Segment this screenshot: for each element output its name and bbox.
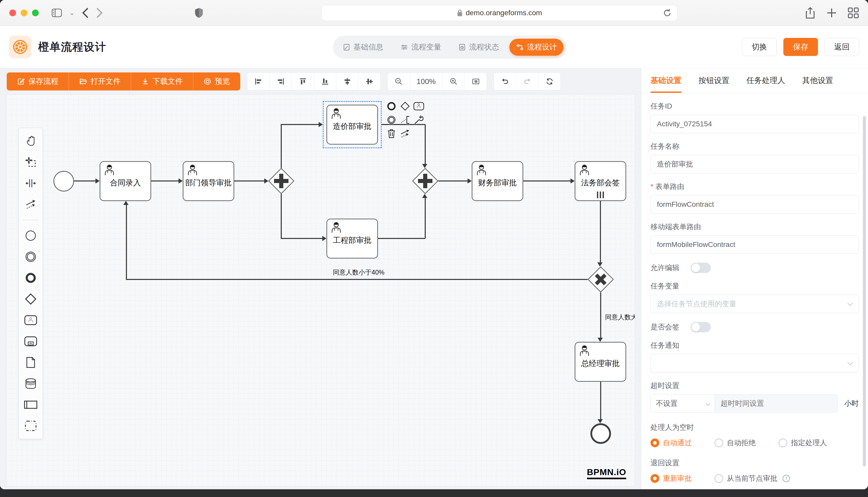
undo-button[interactable] — [494, 73, 516, 90]
tab-other-settings[interactable]: 其他设置 — [802, 68, 833, 93]
tab-process-status[interactable]: 流程状态 — [452, 39, 506, 56]
info-icon[interactable]: ! — [783, 475, 790, 482]
hand-tool-icon[interactable] — [24, 134, 38, 148]
edge-gm-to-end[interactable] — [600, 382, 601, 420]
create-user-task-icon[interactable] — [24, 313, 38, 327]
create-data-object-icon[interactable] — [24, 356, 38, 369]
new-tab-icon[interactable] — [827, 8, 837, 18]
open-file-button[interactable]: 打开文件 — [69, 72, 131, 90]
edge-legal-to-xgateway[interactable] — [600, 201, 601, 262]
tab-basic-info[interactable]: 基础信息 — [336, 39, 390, 56]
task-vars-select[interactable]: 选择任务节点使用的变量 — [650, 295, 859, 313]
radio-auto-approve[interactable]: 自动通过 — [650, 438, 692, 448]
create-data-store-icon[interactable] — [24, 377, 38, 390]
edge-gateway1-to-engineering[interactable] — [281, 238, 322, 239]
zoom-out-button[interactable] — [388, 73, 410, 90]
create-subprocess-icon[interactable] — [24, 335, 38, 348]
parallel-gateway-join[interactable] — [412, 168, 438, 194]
start-event[interactable] — [53, 171, 74, 191]
task-name-input[interactable] — [650, 155, 859, 173]
edge-xgateway-loopback[interactable] — [126, 205, 127, 280]
task-legal-countersign[interactable]: 法务部会签 — [575, 161, 626, 201]
save-button[interactable]: 保存 — [783, 38, 818, 56]
zoom-window-button[interactable] — [32, 10, 39, 16]
edge-gateway1-to-engineering[interactable] — [281, 194, 282, 239]
timeout-value-input[interactable] — [715, 394, 838, 413]
preview-button[interactable]: 预览 — [193, 72, 240, 90]
share-icon[interactable] — [805, 7, 815, 19]
privacy-shield-icon[interactable] — [195, 8, 203, 18]
radio-assign-handler[interactable]: 指定处理人 — [779, 438, 827, 448]
bpmn-io-watermark[interactable]: BPMN.iO — [587, 467, 626, 479]
back-button-header[interactable]: 返回 — [825, 38, 859, 56]
tab-task-assignee[interactable]: 任务处理人 — [746, 68, 785, 93]
task-engineering[interactable]: 工程部审批 — [327, 218, 378, 258]
append-end-event-icon[interactable] — [386, 101, 397, 112]
edge-xgateway-to-gm[interactable] — [600, 292, 601, 338]
create-participant-icon[interactable] — [24, 398, 38, 411]
task-notify-select[interactable] — [650, 354, 859, 372]
create-group-icon[interactable] — [24, 419, 38, 432]
task-dept-leader[interactable]: 部门领导审批 — [183, 161, 234, 201]
forward-button[interactable] — [96, 8, 103, 18]
align-center-horizontal-button[interactable] — [336, 73, 358, 90]
append-intermediate-event-icon[interactable] — [386, 114, 397, 126]
task-contract-entry[interactable]: 合同录入 — [100, 161, 151, 201]
edge-gateway2-to-finance[interactable] — [438, 181, 468, 182]
edge-gateway1-to-cost[interactable] — [281, 124, 319, 125]
align-top-button[interactable] — [292, 73, 314, 90]
task-id-input[interactable] — [650, 115, 859, 133]
exclusive-gateway[interactable] — [588, 267, 614, 292]
end-event[interactable] — [590, 423, 611, 444]
panel-scrollbar-thumb[interactable] — [863, 116, 866, 467]
create-gateway-icon[interactable] — [24, 292, 38, 306]
zoom-in-button[interactable] — [442, 73, 465, 90]
connect-flow-icon[interactable] — [399, 128, 411, 139]
edge-start-to-contract[interactable] — [74, 181, 95, 182]
sidebar-chevron-icon[interactable]: ⌄ — [69, 9, 75, 17]
mobile-form-route-input[interactable] — [650, 235, 859, 254]
timeout-mode-select[interactable]: 不设置 — [650, 394, 715, 413]
sidebar-icon[interactable] — [52, 9, 62, 17]
save-flow-button[interactable]: 保存流程 — [7, 72, 69, 90]
switch-button[interactable]: 切换 — [742, 38, 777, 56]
create-start-event-icon[interactable] — [24, 229, 38, 242]
task-cost-dept[interactable]: 造价部审批 — [327, 105, 378, 145]
tab-process-design[interactable]: 流程设计 — [509, 39, 564, 56]
allow-edit-toggle[interactable] — [691, 263, 711, 273]
change-type-wrench-icon[interactable] — [413, 114, 425, 126]
minimize-window-button[interactable] — [20, 10, 27, 16]
edge-engineering-to-gateway2[interactable] — [425, 198, 426, 239]
align-bottom-button[interactable] — [314, 73, 336, 90]
edge-contract-to-leader[interactable] — [151, 181, 179, 182]
append-gateway-icon[interactable] — [399, 101, 411, 112]
radio-restart-approval[interactable]: 重新审批 — [650, 473, 692, 483]
align-right-button[interactable] — [270, 73, 292, 90]
edge-xgateway-loopback[interactable] — [126, 279, 588, 280]
edge-finance-to-legal[interactable] — [523, 181, 570, 182]
radio-auto-reject[interactable]: 自动拒绝 — [715, 438, 756, 448]
edge-gateway1-to-cost[interactable] — [281, 125, 282, 169]
task-general-manager[interactable]: 总经理审批 — [575, 342, 626, 382]
delete-trash-icon[interactable] — [386, 128, 397, 139]
zoom-reset-button[interactable] — [465, 73, 487, 90]
back-button[interactable] — [82, 8, 89, 18]
redo-button[interactable] — [516, 73, 538, 90]
append-user-task-icon[interactable] — [413, 101, 425, 112]
refresh-button[interactable] — [538, 73, 561, 90]
form-route-input[interactable] — [650, 195, 859, 214]
address-bar[interactable]: demo.orangeforms.com — [321, 5, 678, 21]
space-tool-icon[interactable] — [24, 176, 38, 190]
create-intermediate-event-icon[interactable] — [24, 250, 38, 264]
edge-leader-to-gateway1[interactable] — [234, 181, 264, 182]
lasso-tool-icon[interactable] — [24, 155, 38, 169]
radio-from-current-node[interactable]: 从当前节点审批! — [715, 473, 790, 483]
align-center-vertical-button[interactable] — [358, 73, 380, 90]
tab-button-settings[interactable]: 按钮设置 — [699, 68, 729, 93]
align-left-button[interactable] — [247, 73, 270, 90]
bpmn-canvas[interactable]: 同意人数小于40% 同意人数大于40% 合同录入 部门领导审批 — [6, 94, 635, 486]
create-end-event-icon[interactable] — [24, 271, 38, 285]
append-text-annotation-icon[interactable] — [399, 114, 411, 126]
tab-overview-icon[interactable] — [848, 8, 859, 18]
connect-tool-icon[interactable] — [24, 198, 38, 211]
